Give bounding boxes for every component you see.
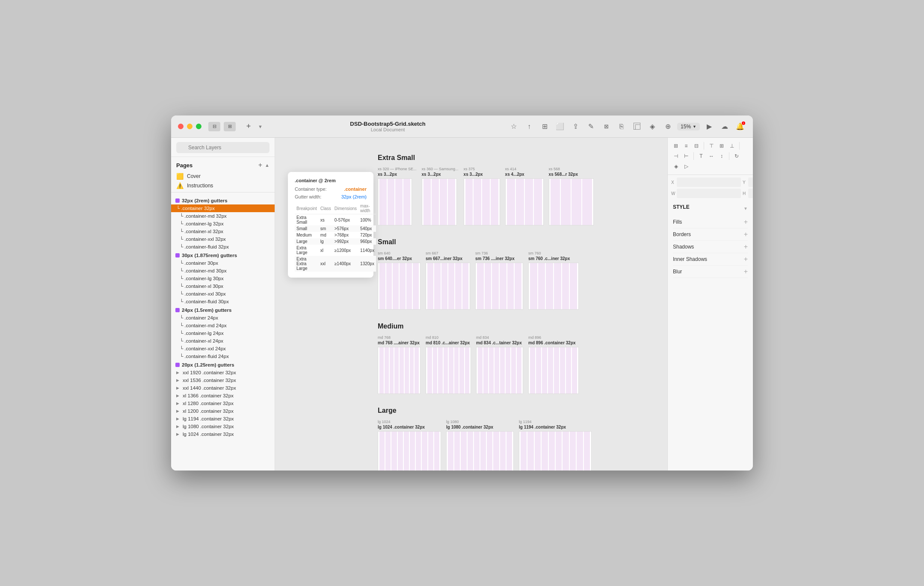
- frame-visual: [475, 263, 523, 310]
- layer-container-lg-24px[interactable]: └ .container-lg 24px: [171, 329, 275, 337]
- frame-col: [403, 179, 411, 225]
- pages-controls: + ▲: [258, 161, 270, 169]
- right-panel: ⊞ ≡ ⊟ ⊤ ⊞ ⊥ ⊣ ⊢ T ↔ ↕ ↻ ◈ ▷: [667, 138, 753, 471]
- layer-label: └ .container-xl 32px: [180, 229, 223, 234]
- upload-icon[interactable]: ↑: [523, 121, 535, 133]
- layer-group-xxl-1920[interactable]: ▶ xxl 1920 .container 32px: [171, 369, 275, 376]
- layer-group-lg-1194[interactable]: ▶ lg 1194 .container 32px: [171, 415, 275, 423]
- layers-icon[interactable]: ⊟: [208, 122, 220, 131]
- layer-section-24px[interactable]: 24px (1.5rem) gutters: [171, 306, 275, 314]
- layer-container-fluid-30px[interactable]: └ .container-fluid 30px: [171, 298, 275, 305]
- layer-group-xxl-1440[interactable]: ▶ xxl 1440 .container 32px: [171, 384, 275, 392]
- cloud-icon[interactable]: ☁: [719, 121, 731, 133]
- dropdown-arrow[interactable]: ▼: [258, 124, 263, 129]
- add-page-icon[interactable]: +: [258, 161, 262, 169]
- layer-container-xxl-24px[interactable]: └ .container-xxl 24px: [171, 345, 275, 352]
- share-icon[interactable]: ⇪: [569, 121, 581, 133]
- style-expand-icon[interactable]: ▼: [743, 206, 748, 211]
- layer-container-lg-32px[interactable]: └ .container-lg 32px: [171, 220, 275, 228]
- maximize-button[interactable]: [196, 124, 201, 129]
- style-fills-add[interactable]: +: [744, 219, 748, 225]
- pen-icon[interactable]: ✎: [585, 121, 597, 133]
- page-instructions[interactable]: ⚠️ Instructions: [171, 181, 275, 190]
- forward-icon[interactable]: ▷: [681, 162, 691, 171]
- layer-container-xxl-30px[interactable]: └ .container-xxl 30px: [171, 290, 275, 298]
- layer-container-fluid-32px[interactable]: └ .container-fluid 32px: [171, 243, 275, 251]
- layer-container-xxl-32px[interactable]: └ .container-xxl 32px: [171, 235, 275, 243]
- frame-label: xs 4...2px: [505, 172, 544, 177]
- add-icon[interactable]: +: [243, 122, 255, 131]
- frames-row-sm: sm 640 sm 640....er 32px sm 667 sm 667..…: [378, 251, 667, 310]
- pages-expand-icon[interactable]: ▲: [265, 163, 270, 168]
- style-section-label: STYLE: [673, 204, 690, 210]
- frame-md-896: md 896 md 896 .container 32px: [528, 335, 579, 394]
- layer-group-lg-1024[interactable]: ▶ lg 1024 .container 32px: [171, 430, 275, 438]
- layer-section-32px[interactable]: 32px (2rem) gutters: [171, 197, 275, 204]
- section-title-lg: Large: [378, 407, 667, 414]
- layer-section-30px[interactable]: 30px (1.875rem) gutters: [171, 252, 275, 259]
- layer-container-md-32px[interactable]: └ .container-md 32px: [171, 212, 275, 220]
- style-shadows-add[interactable]: +: [744, 243, 748, 250]
- style-blur-add[interactable]: +: [744, 268, 748, 275]
- h-input[interactable]: [748, 189, 753, 198]
- style-borders-add[interactable]: +: [744, 231, 748, 238]
- grid-layout-icon[interactable]: ⊞: [539, 121, 551, 133]
- x-input[interactable]: [677, 178, 741, 187]
- align-right-icon[interactable]: ⊟: [692, 141, 701, 151]
- align-top-icon[interactable]: ⊤: [707, 141, 716, 151]
- flip-v-icon[interactable]: ↕: [717, 151, 726, 161]
- layer-group-xxl-1536[interactable]: ▶ xxl 1536 .container 32px: [171, 376, 275, 384]
- layer-group-xl-1200[interactable]: ▶ xl 1200 .container 32px: [171, 407, 275, 415]
- page-cover[interactable]: 🟨 Cover: [171, 172, 275, 181]
- frame-label-top: xs 320 — iPhone SE...: [378, 167, 417, 171]
- layer-label: └ .container-lg 24px: [180, 331, 224, 336]
- align-center-v-icon[interactable]: ⊞: [717, 141, 726, 151]
- duplicate-icon[interactable]: ⿸: [631, 121, 643, 133]
- section-color-dot: [175, 253, 180, 257]
- grid-icon[interactable]: ⊞: [224, 122, 236, 131]
- copy-icon[interactable]: ⎘: [616, 121, 628, 133]
- component-icon[interactable]: ◈: [646, 121, 658, 133]
- minimize-button[interactable]: [187, 124, 192, 129]
- component-make-icon[interactable]: ◈: [671, 162, 681, 171]
- star-icon[interactable]: ☆: [508, 121, 520, 133]
- layer-container-md-24px[interactable]: └ .container-md 24px: [171, 322, 275, 329]
- y-input[interactable]: [748, 178, 753, 187]
- distribute-v-icon[interactable]: ⊢: [681, 151, 691, 161]
- rotate-icon[interactable]: ↻: [732, 151, 741, 161]
- layer-container-32px[interactable]: └ .container 32px: [171, 204, 275, 212]
- layer-group-xl-1280[interactable]: ▶ xl 1280 .container 32px: [171, 400, 275, 407]
- layer-container-md-30px[interactable]: └ .container-md 30px: [171, 267, 275, 275]
- zoom-control[interactable]: 15% ▼: [677, 123, 700, 130]
- frame-columns: [529, 263, 578, 309]
- layer-container-lg-30px[interactable]: └ .container-lg 30px: [171, 275, 275, 282]
- layer-container-xl-24px[interactable]: └ .container-xl 24px: [171, 337, 275, 345]
- layer-container-xl-30px[interactable]: └ .container-xl 30px: [171, 282, 275, 290]
- play-icon[interactable]: ▶: [703, 121, 715, 133]
- search-input[interactable]: [176, 142, 270, 153]
- frame-visual: [519, 431, 592, 471]
- w-input[interactable]: [677, 189, 741, 198]
- layer-container-xl-32px[interactable]: └ .container-xl 32px: [171, 228, 275, 235]
- notification-icon[interactable]: 🔔 1: [734, 121, 746, 133]
- layer-container-fluid-24px[interactable]: └ .container-fluid 24px: [171, 352, 275, 360]
- frame-icon[interactable]: ⬜: [554, 121, 566, 133]
- crop-icon[interactable]: ⊠: [600, 121, 612, 133]
- layer-container-30px[interactable]: └ .container 30px: [171, 259, 275, 267]
- text-icon[interactable]: T: [696, 151, 706, 161]
- distribute-h-icon[interactable]: ⊣: [671, 151, 681, 161]
- canvas-area[interactable]: .container @ 2rem Container type: .conta…: [275, 138, 667, 471]
- layer-group-xl-1366[interactable]: ▶ xl 1366 .container 32px: [171, 392, 275, 400]
- traffic-lights: [178, 124, 201, 129]
- tooltip-gutter-width: Gutter width: 32px (2rem): [295, 194, 367, 199]
- layer-container-24px[interactable]: └ .container 24px: [171, 314, 275, 322]
- layer-group-lg-1080[interactable]: ▶ lg 1080 .container 32px: [171, 423, 275, 430]
- align-left-icon[interactable]: ⊞: [671, 141, 681, 151]
- layer-section-20px[interactable]: 20px (1.25rem) gutters: [171, 361, 275, 369]
- library-icon[interactable]: ⊕: [662, 121, 674, 133]
- style-inner-shadows-add[interactable]: +: [744, 256, 748, 263]
- align-center-h-icon[interactable]: ≡: [681, 141, 691, 151]
- close-button[interactable]: [178, 124, 184, 129]
- align-bottom-icon[interactable]: ⊥: [727, 141, 737, 151]
- flip-h-icon[interactable]: ↔: [707, 151, 716, 161]
